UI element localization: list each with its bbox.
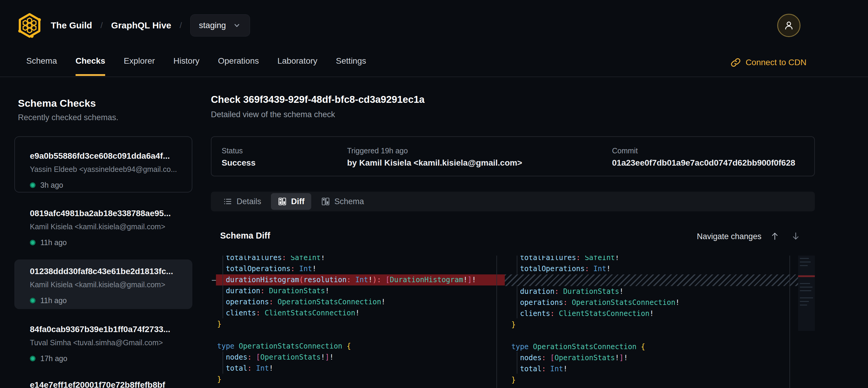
status-dot xyxy=(30,298,35,303)
tab-label: History xyxy=(174,56,199,65)
tab-schema-view[interactable]: Schema xyxy=(314,193,371,210)
chevron-down-icon xyxy=(232,21,241,30)
breadcrumb: The Guild / GraphQL Hive / staging xyxy=(17,12,250,39)
check-author: Tuval Simha <tuval.simha@Gmail.com> xyxy=(30,338,185,347)
tab-label: Diff xyxy=(291,197,305,206)
pane-edge-line xyxy=(496,256,497,388)
list-icon xyxy=(223,197,232,206)
code-line: clients: ClientStatsConnection! xyxy=(512,308,798,319)
check-list-item-selected[interactable]: 01238ddd30faf8c43e61be2d1813fc... Kamil … xyxy=(30,267,185,305)
tab-diff[interactable]: Diff xyxy=(271,193,311,210)
tab-checks[interactable]: Checks xyxy=(75,56,105,76)
connect-to-cdn-link[interactable]: Connect to CDN xyxy=(731,57,806,67)
tab-settings[interactable]: Settings xyxy=(336,56,366,76)
check-list-item[interactable]: e14e7eff1ef20001f70e72b8ffefb8bf xyxy=(30,380,185,388)
breadcrumb-separator: / xyxy=(180,21,182,30)
page-title: Check 369f3439-929f-48df-bfc8-cd3a9291ec… xyxy=(211,94,425,105)
minimap[interactable] xyxy=(798,256,815,331)
tab-history[interactable]: History xyxy=(174,56,199,76)
modified-code: totalFailures: SafeInt! totalOperations:… xyxy=(505,256,798,386)
check-hash: 01238ddd30faf8c43e61be2d1813fc... xyxy=(30,267,185,276)
check-hash: e14e7eff1ef20001f70e72b8ffefb8bf xyxy=(30,380,185,388)
check-author: Kamil Kisiela <kamil.kisiela@gmail.com> xyxy=(30,280,185,289)
check-time: 11h ago xyxy=(40,296,67,305)
status-dot xyxy=(30,240,35,245)
status-dot xyxy=(30,356,35,361)
sidebar-title: Schema Checks xyxy=(18,97,96,109)
status-value: Success xyxy=(222,158,256,168)
code-line: duration: DurationStats! xyxy=(512,286,798,297)
code-line: } xyxy=(217,319,505,330)
schema-diff-heading: Schema Diff xyxy=(220,231,270,241)
diff-modified-pane[interactable]: totalFailures: SafeInt! totalOperations:… xyxy=(505,256,798,388)
indent-guide xyxy=(517,352,517,374)
code-line: operations: OperationStatsConnection! xyxy=(217,297,505,307)
indent-guide xyxy=(222,256,223,318)
tab-label: Explorer xyxy=(124,56,155,65)
code-line: } xyxy=(512,375,798,386)
check-hash: 84fa0cab9367b39e1b1ff0a74f2733... xyxy=(30,325,185,334)
check-author: Kamil Kisiela <kamil.kisiela@gmail.com> xyxy=(30,222,185,231)
guild-hive-logo-icon[interactable] xyxy=(17,12,42,38)
columns-icon xyxy=(278,197,287,206)
commit-column: Commit 01a23ee0f7db01a9e7ac0d0747d62bb90… xyxy=(612,137,795,176)
original-code: totalFailures: SafeInt! totalOperations:… xyxy=(211,256,505,385)
tab-label: Details xyxy=(237,197,261,206)
check-status-card: Status Success Triggered 19h ago by Kami… xyxy=(211,136,815,176)
check-list-item[interactable]: e9a0b55886fd3ce608c091dda6a4f... Yassin … xyxy=(30,151,185,189)
code-line: operations: OperationStatsConnection! xyxy=(512,297,798,308)
sidebar-subtitle: Recently checked schemas. xyxy=(18,113,118,122)
check-time: 17h ago xyxy=(40,354,67,363)
tab-label: Checks xyxy=(75,56,105,65)
code-line: type OperationStatsConnection { xyxy=(512,341,798,352)
arrow-up-icon xyxy=(769,231,780,241)
code-line xyxy=(505,274,798,286)
indent-guide xyxy=(222,352,223,374)
status-dot xyxy=(30,182,35,188)
page-subtitle: Detailed view of the schema check xyxy=(211,110,335,119)
commit-label: Commit xyxy=(612,147,795,155)
org-name[interactable]: The Guild xyxy=(51,20,92,30)
check-time: 11h ago xyxy=(40,238,67,247)
diff-original-pane[interactable]: − totalFailures: SafeInt! totalOperation… xyxy=(211,256,505,388)
project-name[interactable]: GraphQL Hive xyxy=(111,20,171,30)
tab-operations[interactable]: Operations xyxy=(218,56,259,76)
tab-label: Operations xyxy=(218,56,259,65)
tab-details[interactable]: Details xyxy=(216,193,268,210)
check-list-item[interactable]: 84fa0cab9367b39e1b1ff0a74f2733... Tuval … xyxy=(30,325,185,363)
tab-label: Laboratory xyxy=(278,56,317,65)
code-line: clients: ClientStatsConnection! xyxy=(217,307,505,319)
code-line xyxy=(512,330,798,341)
tab-schema[interactable]: Schema xyxy=(26,56,57,76)
tab-explorer[interactable]: Explorer xyxy=(124,56,155,76)
main-nav: Schema Checks Explorer History Operation… xyxy=(26,56,366,76)
commit-value: 01a23ee0f7db01a9e7ac0d0747d62bb900f0f628 xyxy=(612,158,795,168)
cdn-label: Connect to CDN xyxy=(746,58,806,67)
columns-icon xyxy=(321,197,330,206)
triggered-value: by Kamil Kisiela <kamil.kisiela@gmail.co… xyxy=(347,158,522,168)
triggered-label: Triggered 19h ago xyxy=(347,147,522,155)
navigate-previous-change-button[interactable] xyxy=(768,230,781,243)
tab-label: Schema xyxy=(26,56,57,65)
code-line: nodes: [OperationStats!]! xyxy=(217,352,505,363)
tab-laboratory[interactable]: Laboratory xyxy=(278,56,317,76)
schema-diff-editor: − totalFailures: SafeInt! totalOperation… xyxy=(211,256,815,388)
pane-edge-line xyxy=(789,256,790,388)
triggered-column: Triggered 19h ago by Kamil Kisiela <kami… xyxy=(347,137,522,176)
navigate-next-change-button[interactable] xyxy=(789,230,802,243)
user-avatar[interactable] xyxy=(777,14,801,37)
status-column: Status Success xyxy=(222,137,256,176)
check-view-tabbar: Details Diff Schema xyxy=(211,191,815,211)
removed-line-marker: − xyxy=(212,274,216,286)
code-line: total: Int! xyxy=(217,363,505,374)
check-hash: e9a0b55886fd3ce608c091dda6a4f... xyxy=(30,151,185,161)
code-line: } xyxy=(512,319,798,330)
status-label: Status xyxy=(222,147,256,155)
minimap-removed-marker xyxy=(798,275,815,277)
target-selector[interactable]: staging xyxy=(190,14,250,36)
check-list-item[interactable]: 0819afc4981ba2ab18e338788ae95... Kamil K… xyxy=(30,209,185,247)
check-author: Yassin Eldeeb <yassineldeeb94@gmail.co..… xyxy=(30,165,185,174)
code-line: totalFailures: SafeInt! xyxy=(217,256,505,263)
code-line: durationHistogram(resolution: Int!): [Du… xyxy=(216,274,505,286)
code-line: nodes: [OperationStats!]! xyxy=(512,352,798,363)
